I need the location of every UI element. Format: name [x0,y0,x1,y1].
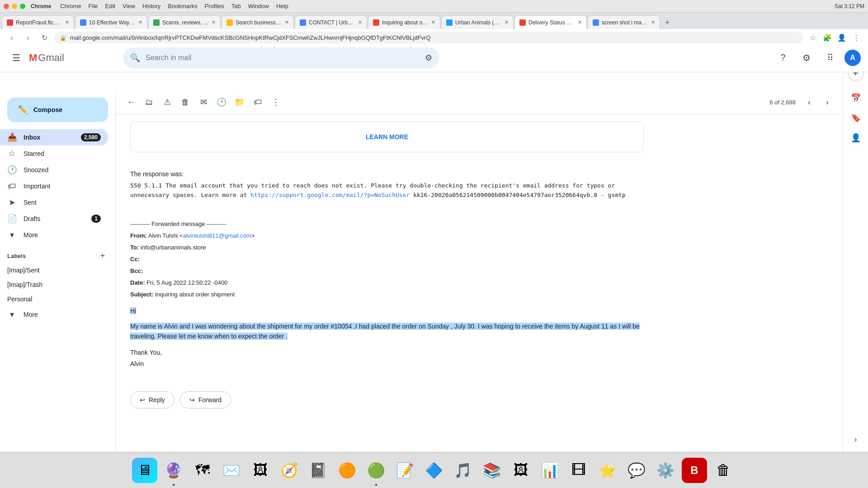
dock-imovie[interactable]: ⭐ [595,458,620,483]
menu-chrome[interactable]: Chrome [60,3,81,9]
menu-bookmarks[interactable]: Bookmarks [168,3,197,9]
menu-history[interactable]: History [142,3,160,9]
dock-photos[interactable]: 🖼 [248,458,273,483]
dock-appstore[interactable]: 🔷 [421,458,447,483]
maximize-window-btn[interactable] [20,4,25,9]
learn-more-link[interactable]: LEARN MORE [366,133,408,141]
sidebar-item-drafts[interactable]: 📄 Drafts 1 [0,211,108,227]
new-tab-btn[interactable]: + [661,16,674,29]
dock-finder[interactable]: 🖥 [132,458,157,483]
dock-mail[interactable]: ✉️ [219,458,244,483]
archive-btn[interactable]: 🗂 [141,94,157,110]
tab-1[interactable]: 10 Effective Ways to ... ✕ [75,15,147,29]
menu-profiles[interactable]: Profiles [204,3,224,9]
back-btn[interactable]: ‹ [5,32,18,44]
tab-6[interactable]: Urban Animals (@urb... ✕ [441,15,514,29]
forward-button[interactable]: ↪ Forward [180,391,231,408]
search-bar[interactable]: 🔍 Search in mail ⚙ [123,61,439,68]
menu-help[interactable]: Help [276,3,288,9]
right-panel-calendar-icon[interactable]: 📅 [847,89,865,107]
error-support-link[interactable]: https://support.google.com/mail/?p=NoSuc… [250,192,410,198]
dock-numbers[interactable]: 📊 [537,458,562,483]
dock-pages[interactable]: 📝 [392,458,418,483]
tab-5[interactable]: Inquiring about order... ✕ [368,15,440,29]
mark-unread-btn[interactable]: ✉ [195,94,212,110]
dock-notefile[interactable]: 📓 [306,458,331,483]
tab-close-8[interactable]: ✕ [651,19,655,25]
settings-btn[interactable]: ⚙ [797,61,816,67]
tab-8[interactable]: screen shot i mac - G... ✕ [588,15,660,29]
help-btn[interactable]: ? [774,61,792,67]
menu-edit[interactable]: Edit [105,3,115,9]
reload-btn[interactable]: ↻ [38,32,51,44]
dock-maps[interactable]: 🗺 [190,458,215,483]
dock-trash[interactable]: 🗑 [711,458,736,483]
sidebar-more-btn[interactable]: ▾ More [0,227,108,243]
right-panel-tasks-icon[interactable]: 🔖 [847,109,865,127]
report-spam-btn[interactable]: ⚠ [159,94,175,110]
tab-close-6[interactable]: ✕ [505,19,509,25]
dock-firefox[interactable]: 🟠 [335,458,360,483]
tab-7[interactable]: Delivery Status Notific... ✕ [514,15,587,29]
dock-photobooth[interactable]: 🎞 [566,458,591,483]
sidebar-item-inbox[interactable]: 📥 Inbox 2,580 [0,129,108,145]
snooze-btn[interactable]: 🕐 [213,94,230,110]
tab-3[interactable]: Search business | File... ✕ [222,15,294,29]
sidebar-item-snoozed[interactable]: 🕐 Snoozed [0,162,108,178]
dock-safari[interactable]: 🧭 [277,458,302,483]
tab-4[interactable]: CONTACT | Urban Ani... ✕ [295,15,367,29]
sidebar-item-important[interactable]: 🏷 Important [0,178,108,194]
extensions-btn[interactable]: 🧩 [821,32,834,44]
menu-file[interactable]: File [89,3,98,9]
dock-systemprefs[interactable]: ⚙️ [653,458,678,483]
menu-window[interactable]: Window [248,3,269,9]
reply-button[interactable]: ↩ Reply [130,391,175,408]
prev-email-btn[interactable]: ‹ [801,94,817,110]
apps-btn[interactable]: ⠿ [821,61,839,67]
tab-close-0[interactable]: ✕ [65,19,69,25]
sidebar-item-sent[interactable]: ➤ Sent [0,194,108,211]
tab-close-2[interactable]: ✕ [212,19,216,25]
menu-view[interactable]: View [123,3,135,9]
more-actions-btn[interactable]: ⋮ [268,94,284,110]
dock-keynote[interactable]: 🖼 [508,458,533,483]
browser-menu-btn[interactable]: ⋮ [850,32,863,44]
from-email-link[interactable]: alvintulshi811@gmail.com [183,232,251,239]
move-to-btn[interactable]: 📁 [231,94,248,110]
sidebar-label-imap-sent[interactable]: [Imap]/Sent [0,263,108,277]
sidebar-label-imap-trash[interactable]: [Imap]/Trash [0,277,108,292]
tab-0[interactable]: ReportFraud.ftc.gov - ... ✕ [2,15,74,29]
dock-books[interactable]: 📚 [479,458,505,483]
right-panel-expand-btn[interactable]: › [847,430,865,448]
user-avatar[interactable]: A [844,61,861,66]
dock-chrome[interactable]: 🟢 [363,458,389,483]
dock-bbedit[interactable]: B [682,458,707,483]
bookmark-star-btn[interactable]: ☆ [807,32,819,44]
delete-btn[interactable]: 🗑 [177,94,193,110]
labels-btn[interactable]: 🏷 [250,94,266,110]
right-panel-contacts-icon[interactable]: 👤 [847,129,865,147]
dock-facetime[interactable]: 💬 [624,458,649,483]
compose-button[interactable]: ✏️ Compose [7,98,108,122]
search-input[interactable]: Search in mail [146,61,420,62]
hamburger-btn[interactable]: ☰ [7,61,25,67]
dock-music[interactable]: 🎵 [450,458,476,483]
tab-close-7[interactable]: ✕ [578,19,582,25]
tab-2[interactable]: Scams, reviews, comp... ✕ [148,15,221,29]
menu-tab[interactable]: Tab [231,3,241,9]
forward-btn[interactable]: › [22,32,34,44]
address-bar[interactable]: 🔒 mail.google.com/mail/u/0/#inbox/IqrrRj… [54,32,803,44]
back-to-inbox-btn[interactable]: ← [123,94,139,110]
tab-close-4[interactable]: ✕ [358,19,362,25]
tab-close-3[interactable]: ✕ [285,19,289,25]
minimize-window-btn[interactable] [12,4,17,9]
close-window-btn[interactable] [4,4,9,9]
sidebar-labels-more-btn[interactable]: ▾ More [0,306,108,323]
tab-close-5[interactable]: ✕ [431,19,435,25]
window-controls[interactable] [4,4,25,9]
add-label-btn[interactable]: + [97,250,108,261]
next-email-btn[interactable]: › [819,94,835,110]
tab-close-1[interactable]: ✕ [138,19,142,25]
search-filter-icon[interactable]: ⚙ [425,61,432,63]
sidebar-item-starred[interactable]: ☆ Starred [0,145,108,162]
